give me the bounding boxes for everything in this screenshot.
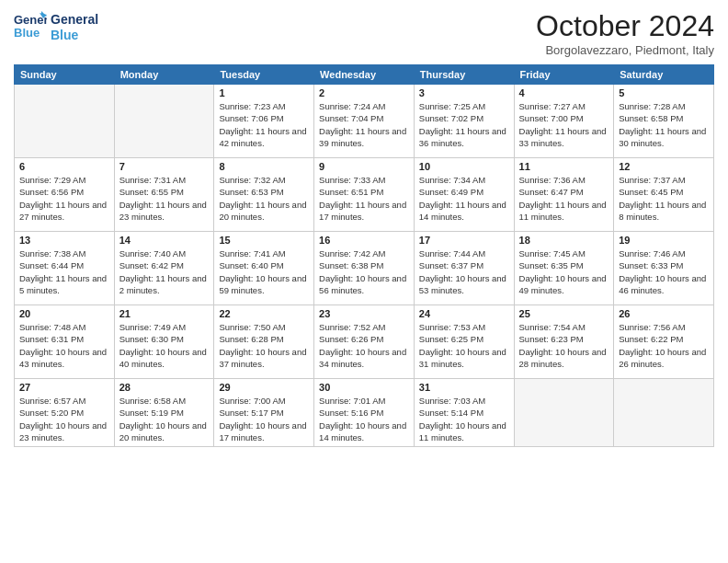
calendar-body: 1Sunrise: 7:23 AM Sunset: 7:06 PM Daylig… [15, 85, 714, 447]
calendar-cell: 8Sunrise: 7:32 AM Sunset: 6:53 PM Daylig… [214, 158, 314, 232]
day-info: Sunrise: 7:50 AM Sunset: 6:28 PM Dayligh… [219, 321, 309, 370]
day-info: Sunrise: 7:54 AM Sunset: 6:23 PM Dayligh… [519, 321, 609, 370]
day-number: 9 [319, 161, 409, 172]
logo: General Blue General Blue [14, 9, 98, 46]
day-info: Sunrise: 7:01 AM Sunset: 5:16 PM Dayligh… [319, 395, 409, 443]
day-number: 23 [319, 308, 409, 319]
day-info: Sunrise: 7:24 AM Sunset: 7:04 PM Dayligh… [319, 100, 409, 149]
day-info: Sunrise: 7:36 AM Sunset: 6:47 PM Dayligh… [519, 174, 609, 223]
day-info: Sunrise: 7:52 AM Sunset: 6:26 PM Dayligh… [319, 321, 409, 370]
calendar-cell: 15Sunrise: 7:41 AM Sunset: 6:40 PM Dayli… [214, 232, 314, 305]
calendar-week-4: 20Sunrise: 7:48 AM Sunset: 6:31 PM Dayli… [15, 305, 714, 379]
calendar-week-2: 6Sunrise: 7:29 AM Sunset: 6:56 PM Daylig… [15, 158, 714, 232]
month-title: October 2024 [536, 9, 714, 43]
calendar-cell: 16Sunrise: 7:42 AM Sunset: 6:38 PM Dayli… [314, 232, 415, 305]
calendar-cell: 5Sunrise: 7:28 AM Sunset: 6:58 PM Daylig… [614, 85, 714, 158]
calendar-cell [614, 379, 714, 447]
day-number: 5 [619, 87, 709, 98]
calendar-cell [514, 379, 614, 447]
day-number: 25 [519, 308, 609, 319]
day-number: 12 [619, 161, 709, 172]
day-info: Sunrise: 7:44 AM Sunset: 6:37 PM Dayligh… [419, 247, 509, 296]
calendar-cell: 2Sunrise: 7:24 AM Sunset: 7:04 PM Daylig… [314, 85, 415, 158]
day-number: 6 [19, 161, 109, 172]
day-number: 22 [219, 308, 309, 319]
day-info: Sunrise: 7:32 AM Sunset: 6:53 PM Dayligh… [219, 174, 309, 223]
day-of-week-monday: Monday [114, 65, 214, 85]
day-number: 17 [419, 235, 509, 246]
day-of-week-sunday: Sunday [15, 65, 115, 85]
day-info: Sunrise: 6:58 AM Sunset: 5:19 PM Dayligh… [119, 395, 210, 443]
day-number: 29 [219, 382, 309, 393]
calendar-week-3: 13Sunrise: 7:38 AM Sunset: 6:44 PM Dayli… [15, 232, 714, 305]
calendar-cell: 31Sunrise: 7:03 AM Sunset: 5:14 PM Dayli… [414, 379, 514, 447]
day-of-week-wednesday: Wednesday [314, 65, 415, 85]
day-number: 4 [519, 87, 609, 98]
calendar-cell: 12Sunrise: 7:37 AM Sunset: 6:45 PM Dayli… [614, 158, 714, 232]
title-area: October 2024 Borgolavezzaro, Piedmont, I… [536, 9, 714, 57]
day-info: Sunrise: 7:34 AM Sunset: 6:49 PM Dayligh… [419, 174, 509, 223]
calendar-cell: 18Sunrise: 7:45 AM Sunset: 6:35 PM Dayli… [514, 232, 614, 305]
day-number: 21 [119, 308, 210, 319]
calendar-cell: 14Sunrise: 7:40 AM Sunset: 6:42 PM Dayli… [114, 232, 214, 305]
calendar-cell: 3Sunrise: 7:25 AM Sunset: 7:02 PM Daylig… [414, 85, 514, 158]
calendar-cell: 26Sunrise: 7:56 AM Sunset: 6:22 PM Dayli… [614, 305, 714, 379]
logo-icon: General Blue [14, 9, 47, 42]
day-info: Sunrise: 7:00 AM Sunset: 5:17 PM Dayligh… [219, 395, 309, 443]
day-number: 13 [19, 235, 109, 246]
calendar-week-5: 27Sunrise: 6:57 AM Sunset: 5:20 PM Dayli… [15, 379, 714, 447]
day-of-week-friday: Friday [514, 65, 614, 85]
day-number: 1 [219, 87, 309, 98]
day-info: Sunrise: 7:56 AM Sunset: 6:22 PM Dayligh… [619, 321, 709, 370]
svg-text:Blue: Blue [14, 26, 40, 40]
day-info: Sunrise: 7:33 AM Sunset: 6:51 PM Dayligh… [319, 174, 409, 223]
page: General Blue General Blue October 2024 B… [0, 0, 728, 563]
calendar-table: SundayMondayTuesdayWednesdayThursdayFrid… [14, 64, 714, 447]
day-info: Sunrise: 7:48 AM Sunset: 6:31 PM Dayligh… [19, 321, 109, 370]
day-number: 27 [19, 382, 109, 393]
day-number: 20 [19, 308, 109, 319]
calendar-cell: 1Sunrise: 7:23 AM Sunset: 7:06 PM Daylig… [214, 85, 314, 158]
day-number: 2 [319, 87, 409, 98]
day-of-week-saturday: Saturday [614, 65, 714, 85]
day-number: 3 [419, 87, 509, 98]
day-number: 19 [619, 235, 709, 246]
day-number: 24 [419, 308, 509, 319]
calendar-header-row: SundayMondayTuesdayWednesdayThursdayFrid… [15, 65, 714, 85]
header: General Blue General Blue October 2024 B… [14, 9, 714, 57]
logo-general: General [51, 12, 98, 28]
calendar-cell: 20Sunrise: 7:48 AM Sunset: 6:31 PM Dayli… [15, 305, 115, 379]
day-info: Sunrise: 7:31 AM Sunset: 6:55 PM Dayligh… [119, 174, 210, 223]
day-number: 14 [119, 235, 210, 246]
day-info: Sunrise: 7:23 AM Sunset: 7:06 PM Dayligh… [219, 100, 309, 149]
day-info: Sunrise: 7:53 AM Sunset: 6:25 PM Dayligh… [419, 321, 509, 370]
calendar-cell: 28Sunrise: 6:58 AM Sunset: 5:19 PM Dayli… [114, 379, 214, 447]
day-number: 16 [319, 235, 409, 246]
location: Borgolavezzaro, Piedmont, Italy [536, 43, 714, 57]
calendar-week-1: 1Sunrise: 7:23 AM Sunset: 7:06 PM Daylig… [15, 85, 714, 158]
day-number: 18 [519, 235, 609, 246]
calendar-cell: 13Sunrise: 7:38 AM Sunset: 6:44 PM Dayli… [15, 232, 115, 305]
calendar-cell: 21Sunrise: 7:49 AM Sunset: 6:30 PM Dayli… [114, 305, 214, 379]
day-number: 26 [619, 308, 709, 319]
day-info: Sunrise: 7:42 AM Sunset: 6:38 PM Dayligh… [319, 247, 409, 296]
calendar-cell: 7Sunrise: 7:31 AM Sunset: 6:55 PM Daylig… [114, 158, 214, 232]
day-info: Sunrise: 6:57 AM Sunset: 5:20 PM Dayligh… [19, 395, 109, 443]
day-number: 31 [419, 382, 509, 393]
day-number: 11 [519, 161, 609, 172]
day-number: 7 [119, 161, 210, 172]
calendar-cell: 10Sunrise: 7:34 AM Sunset: 6:49 PM Dayli… [414, 158, 514, 232]
calendar-cell: 29Sunrise: 7:00 AM Sunset: 5:17 PM Dayli… [214, 379, 314, 447]
day-info: Sunrise: 7:28 AM Sunset: 6:58 PM Dayligh… [619, 100, 709, 149]
day-info: Sunrise: 7:49 AM Sunset: 6:30 PM Dayligh… [119, 321, 210, 370]
day-of-week-thursday: Thursday [414, 65, 514, 85]
calendar-cell: 22Sunrise: 7:50 AM Sunset: 6:28 PM Dayli… [214, 305, 314, 379]
day-info: Sunrise: 7:27 AM Sunset: 7:00 PM Dayligh… [519, 100, 609, 149]
day-number: 15 [219, 235, 309, 246]
calendar-cell: 19Sunrise: 7:46 AM Sunset: 6:33 PM Dayli… [614, 232, 714, 305]
calendar-cell: 30Sunrise: 7:01 AM Sunset: 5:16 PM Dayli… [314, 379, 415, 447]
day-info: Sunrise: 7:40 AM Sunset: 6:42 PM Dayligh… [119, 247, 210, 296]
calendar-cell: 6Sunrise: 7:29 AM Sunset: 6:56 PM Daylig… [15, 158, 115, 232]
day-number: 10 [419, 161, 509, 172]
day-number: 28 [119, 382, 210, 393]
